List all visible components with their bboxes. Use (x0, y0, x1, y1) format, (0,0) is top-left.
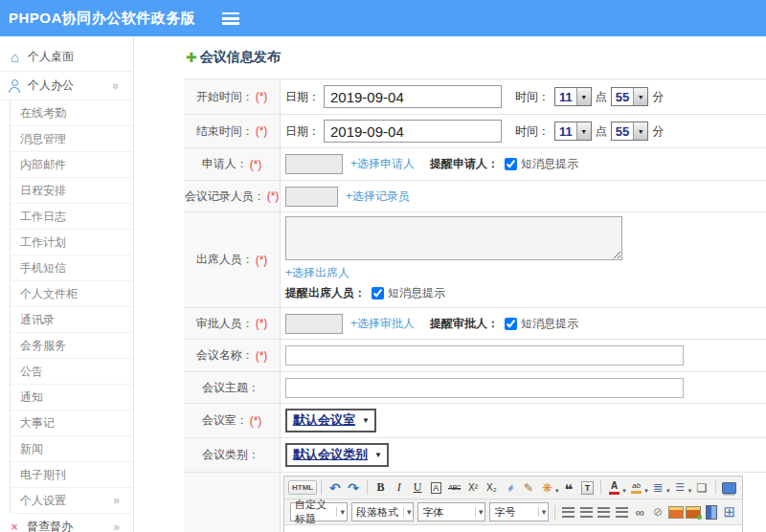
chevron-down-icon: » (110, 82, 124, 89)
sidebar-item-personal-files[interactable]: 个人文件柜 (11, 281, 133, 307)
end-hour-select[interactable]: 11 (554, 122, 592, 141)
hamburger-menu-icon[interactable] (222, 12, 239, 25)
undo-icon[interactable] (327, 479, 343, 496)
superscript-icon[interactable] (464, 479, 481, 496)
quick-format-icon[interactable] (539, 479, 555, 496)
custom-heading-select[interactable]: 自定义标题 (290, 502, 348, 521)
sidebar-item-conference-services[interactable]: 会务服务 (11, 333, 133, 359)
meeting-room-select[interactable]: 默认会议室 (285, 409, 376, 432)
sidebar-item-personal-desktop[interactable]: ⌂ 个人桌面 (0, 43, 133, 72)
paragraph-format-select[interactable]: 段落格式 (351, 502, 414, 521)
select-approver-link[interactable]: +选择审批人 (350, 316, 415, 332)
hour-unit-label: 点 (596, 123, 607, 140)
ordered-list-icon[interactable] (650, 479, 666, 496)
meeting-name-input[interactable] (285, 345, 684, 366)
font-size-select[interactable]: 字号 (489, 502, 549, 521)
sidebar-item-announcements[interactable]: 公告 (11, 359, 133, 385)
applicant-sms-checkbox[interactable] (505, 158, 517, 170)
form-row-start-time: 开始时间：(*) 日期： 时间： 11 点 55 分 (184, 79, 766, 115)
approver-sms-checkbox[interactable] (505, 318, 517, 330)
italic-icon[interactable] (391, 479, 407, 496)
field-label: 审批人员： (196, 316, 254, 332)
font-color-icon[interactable] (606, 479, 622, 496)
font-family-select[interactable]: 字体 (417, 502, 485, 521)
paste-as-text-icon[interactable] (579, 479, 596, 496)
upload-image-icon[interactable] (686, 504, 702, 521)
select-recorder-link[interactable]: +选择记录员 (346, 188, 410, 205)
sidebar-item-notices[interactable]: 通知 (11, 385, 133, 410)
main-content: ✚ 会议信息发布 开始时间：(*) 日期： 时间： 11 点 55 分 结束时间… (134, 36, 766, 532)
bold-icon[interactable] (372, 479, 389, 496)
select-applicant-link[interactable]: +选择申请人 (350, 156, 415, 172)
align-left-icon[interactable] (560, 504, 576, 521)
sidebar-item-work-plan[interactable]: 工作计划 (11, 230, 133, 255)
form-row-meeting-subject: 会议主题： (184, 372, 766, 404)
minute-unit-label: 分 (652, 123, 664, 140)
required-mark: (*) (256, 124, 268, 138)
select-attendees-link[interactable]: +选择出席人 (285, 266, 349, 279)
sidebar-item-news[interactable]: 新闻 (11, 436, 133, 462)
new-page-icon[interactable] (693, 479, 710, 496)
end-minute-select[interactable]: 55 (611, 122, 648, 141)
align-center-icon[interactable] (578, 504, 595, 521)
align-justify-icon[interactable] (614, 504, 630, 521)
sidebar-item-supervision[interactable]: × 督查督办 » (0, 514, 133, 532)
subscript-icon[interactable] (484, 479, 500, 496)
applicant-input[interactable] (285, 154, 343, 174)
strikethrough-icon[interactable] (446, 479, 462, 496)
sidebar-item-personal-office[interactable]: 个人办公 » (0, 72, 133, 100)
insert-table-icon[interactable] (721, 504, 737, 521)
sidebar-item-schedule[interactable]: 日程安排 (11, 178, 133, 204)
remind-approver-label: 提醒审批人： (430, 316, 499, 332)
blockquote-icon[interactable] (560, 479, 576, 496)
sidebar-item-online-attendance[interactable]: 在线考勤 (11, 100, 133, 126)
remove-format-icon[interactable] (428, 479, 444, 496)
dropdown-arrow-icon[interactable]: ▾ (644, 487, 648, 495)
attendees-sms-checkbox[interactable] (372, 287, 384, 299)
align-right-icon[interactable] (597, 504, 613, 521)
underline-icon[interactable] (409, 479, 425, 496)
remove-link-icon[interactable] (650, 504, 666, 521)
approver-input[interactable] (285, 314, 343, 334)
editor-content-area[interactable] (284, 525, 742, 532)
highlight-color-icon[interactable] (628, 479, 644, 496)
redo-icon[interactable] (346, 479, 362, 496)
remind-attendees-label: 提醒出席人员： (285, 285, 366, 301)
end-date-input[interactable] (324, 120, 502, 143)
dropdown-arrow-icon[interactable]: ▾ (622, 487, 626, 495)
eraser-icon[interactable] (502, 479, 518, 496)
recorder-input[interactable] (285, 187, 338, 207)
form-row-meeting-room: 会议室：(*) 默认会议室 (184, 404, 766, 438)
dropdown-arrow-icon[interactable]: ▾ (555, 487, 559, 495)
start-hour-select[interactable]: 11 (554, 87, 592, 106)
dropdown-arrow-icon[interactable]: ▾ (688, 487, 692, 495)
html-source-button[interactable]: HTML (288, 480, 317, 495)
meeting-category-select[interactable]: 默认会议类别 (285, 443, 389, 467)
sidebar-item-work-log[interactable]: 工作日志 (11, 204, 133, 230)
format-painter-icon[interactable] (520, 479, 536, 496)
sidebar-item-e-journal[interactable]: 电子期刊 (11, 462, 133, 488)
fullscreen-icon[interactable] (721, 479, 737, 496)
insert-link-icon[interactable] (632, 504, 648, 521)
attendees-textarea[interactable] (285, 216, 622, 260)
time-label: 时间： (515, 123, 550, 140)
sms-label: 短消息提示 (521, 156, 578, 172)
dropdown-arrow-icon (576, 88, 591, 105)
required-mark: (*) (256, 349, 268, 363)
sidebar-item-internal-mail[interactable]: 内部邮件 (11, 152, 133, 178)
start-minute-select[interactable]: 55 (611, 87, 648, 106)
dropdown-arrow-icon[interactable]: ▾ (666, 487, 670, 495)
form-row-recorder: 会议记录人员：(*) +选择记录员 (184, 181, 766, 212)
unordered-list-icon[interactable] (672, 479, 688, 496)
insert-media-icon[interactable] (704, 504, 720, 521)
sidebar-item-personal-settings[interactable]: 个人设置» (11, 488, 133, 514)
meeting-subject-input[interactable] (285, 378, 684, 398)
sidebar-item-memorabilia[interactable]: 大事记 (11, 410, 133, 436)
sidebar-item-message-management[interactable]: 消息管理 (11, 126, 133, 152)
sidebar: ⌂ 个人桌面 个人办公 » 在线考勤 消息管理 内部邮件 日程安排 工作日志 工… (0, 36, 134, 532)
shuffle-icon: × (8, 521, 21, 532)
sidebar-item-contacts[interactable]: 通讯录 (11, 307, 133, 333)
insert-image-icon[interactable] (667, 504, 684, 521)
start-date-input[interactable] (324, 85, 502, 108)
sidebar-item-sms[interactable]: 手机短信 (11, 255, 133, 281)
